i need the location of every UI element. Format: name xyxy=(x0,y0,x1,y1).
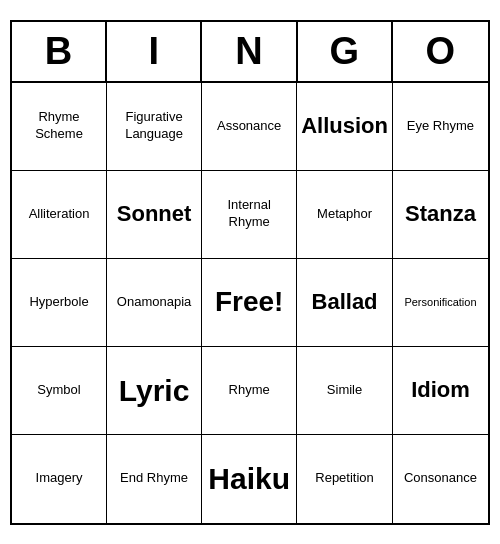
bingo-grid: Rhyme SchemeFigurative LanguageAssonance… xyxy=(12,83,488,523)
header-letter-i: I xyxy=(107,22,202,81)
bingo-card: BINGO Rhyme SchemeFigurative LanguageAss… xyxy=(10,20,490,525)
bingo-cell-15: Symbol xyxy=(12,347,107,435)
bingo-cell-2: Assonance xyxy=(202,83,297,171)
bingo-cell-9: Stanza xyxy=(393,171,488,259)
bingo-cell-16: Lyric xyxy=(107,347,202,435)
bingo-cell-0: Rhyme Scheme xyxy=(12,83,107,171)
bingo-cell-4: Eye Rhyme xyxy=(393,83,488,171)
bingo-cell-23: Repetition xyxy=(297,435,393,523)
header-letter-n: N xyxy=(202,22,297,81)
bingo-cell-13: Ballad xyxy=(297,259,393,347)
bingo-cell-1: Figurative Language xyxy=(107,83,202,171)
bingo-cell-3: Allusion xyxy=(297,83,393,171)
header-letter-o: O xyxy=(393,22,488,81)
header-letter-g: G xyxy=(298,22,393,81)
bingo-cell-10: Hyperbole xyxy=(12,259,107,347)
bingo-cell-6: Sonnet xyxy=(107,171,202,259)
bingo-cell-17: Rhyme xyxy=(202,347,297,435)
bingo-cell-24: Consonance xyxy=(393,435,488,523)
bingo-cell-21: End Rhyme xyxy=(107,435,202,523)
bingo-cell-5: Alliteration xyxy=(12,171,107,259)
bingo-cell-11: Onamonapia xyxy=(107,259,202,347)
bingo-cell-7: Internal Rhyme xyxy=(202,171,297,259)
header-letter-b: B xyxy=(12,22,107,81)
bingo-cell-20: Imagery xyxy=(12,435,107,523)
bingo-cell-12: Free! xyxy=(202,259,297,347)
bingo-cell-8: Metaphor xyxy=(297,171,393,259)
bingo-cell-18: Simile xyxy=(297,347,393,435)
bingo-cell-22: Haiku xyxy=(202,435,297,523)
bingo-header: BINGO xyxy=(12,22,488,83)
bingo-cell-19: Idiom xyxy=(393,347,488,435)
bingo-cell-14: Personification xyxy=(393,259,488,347)
